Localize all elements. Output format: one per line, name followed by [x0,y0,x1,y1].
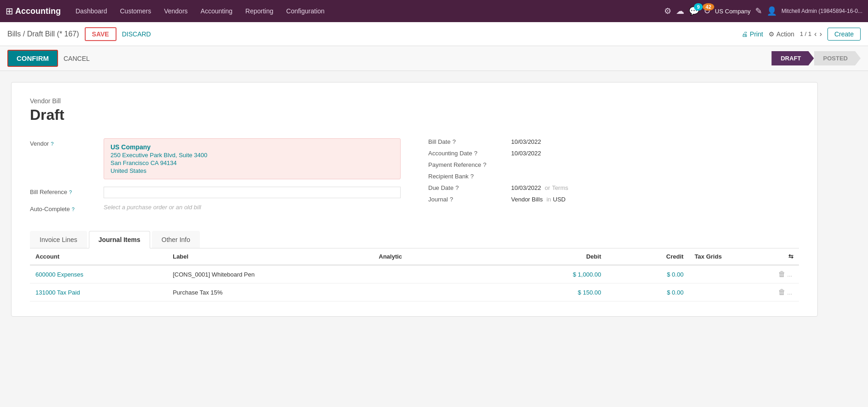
bill-date-row: Bill Date ? 10/03/2022 [428,138,799,145]
bill-reference-input[interactable] [104,187,401,198]
th-analytic: Analytic [373,248,511,265]
row1-tax-grids [689,283,771,301]
th-credit: Credit [606,248,689,265]
save-button[interactable]: SAVE [85,27,117,41]
journal-in: in [547,196,551,203]
row0-account-text[interactable]: 600000 Expenses [35,271,83,278]
th-label: Label [167,248,373,265]
row1-delete-button[interactable]: 🗑 [778,288,786,296]
th-tax-grids: Tax Grids [689,248,771,265]
journal-help-icon[interactable]: ? [450,196,453,203]
accounting-date-help-icon[interactable]: ? [474,150,477,157]
row1-actions: 🗑 ... [771,283,799,301]
nav-vendors[interactable]: Vendors [158,7,193,15]
action-button[interactable]: ⚙ Action [769,30,794,38]
bill-date-help-icon[interactable]: ? [452,138,455,145]
row1-credit: $ 0.00 [606,283,689,301]
bill-date-value[interactable]: 10/03/2022 [511,138,541,145]
recipient-bank-help-icon[interactable]: ? [470,173,473,180]
chat-icon-wrapper[interactable]: 💬 9 [689,6,699,16]
circle-icon-wrapper[interactable]: ↻ 42 [704,6,711,16]
tab-invoice-lines[interactable]: Invoice Lines [30,231,87,248]
row1-account-text[interactable]: 131000 Tax Paid [35,289,80,296]
th-account: Account [30,248,167,265]
nav-accounting[interactable]: Accounting [195,7,238,15]
journal-row: Journal ? Vendor Bills in USD [428,196,799,203]
form-subtitle: Vendor Bill [30,97,799,105]
cloud-icon[interactable]: ☁ [676,6,684,16]
vendor-addr2: San Francisco CA 94134 [111,159,394,166]
recipient-bank-label: Recipient Bank ? [428,173,511,180]
user-label: Mitchell Admin (19845894-16-0... [781,8,862,14]
accounting-date-label: Accounting Date ? [428,150,511,157]
journal-value[interactable]: Vendor Bills [511,196,543,203]
pager-next[interactable]: › [820,30,822,38]
row0-account: 600000 Expenses [30,265,167,283]
row0-more-icon[interactable]: ... [787,271,792,278]
nav-configuration[interactable]: Configuration [281,7,330,15]
row0-credit: $ 0.00 [606,265,689,283]
main-content: Vendor Bill Draft Vendor ? US Company 25… [0,71,829,328]
brand-name: Accounting [15,6,61,16]
due-date-label: Due Date ? [428,184,511,191]
activity-icon[interactable]: ⚙ [664,6,671,16]
vendor-label: Vendor ? [30,138,104,147]
th-debit: Debit [511,248,607,265]
row1-account: 131000 Tax Paid [30,283,167,301]
due-date-terms[interactable]: Terms [552,184,568,191]
due-date-value[interactable]: 10/03/2022 [511,184,541,191]
tab-journal-items[interactable]: Journal Items [89,231,150,248]
nav-customers[interactable]: Customers [115,7,157,15]
form-title: Draft [30,106,799,124]
row0-actions: 🗑 ... [771,265,799,283]
user-avatar[interactable]: 👤 [767,6,777,16]
bill-reference-value[interactable] [104,187,401,198]
confirm-button[interactable]: CONFIRM [7,50,58,67]
pager-prev[interactable]: ‹ [814,30,816,38]
refresh-badge: 42 [703,3,714,11]
gear-icon: ⚙ [769,30,775,38]
table-row: 131000 Tax Paid Purchase Tax 15% $ 150.0… [30,283,799,301]
vendor-box[interactable]: US Company 250 Executive Park Blvd, Suit… [104,138,401,179]
vendor-addr3: United States [111,167,394,174]
action-bar: CONFIRM CANCEL DRAFT POSTED [0,46,868,71]
tab-other-info[interactable]: Other Info [152,231,200,248]
status-bar: DRAFT POSTED [771,51,861,65]
row1-more-icon[interactable]: ... [787,289,792,296]
settings-icon[interactable]: ⇆ [788,253,793,260]
chat-badge: 9 [694,3,702,11]
auto-complete-row: Auto-Complete ? Select a purchase order … [30,204,401,212]
payment-ref-help-icon[interactable]: ? [483,161,486,168]
auto-complete-help-icon[interactable]: ? [72,206,75,212]
vendor-field-row: Vendor ? US Company 250 Executive Park B… [30,138,401,179]
auto-complete-label: Auto-Complete ? [30,204,104,212]
row1-analytic [373,283,511,301]
discard-button[interactable]: DISCARD [122,30,151,38]
create-button[interactable]: Create [827,28,861,41]
vendor-help-icon[interactable]: ? [51,141,53,147]
cancel-button[interactable]: CANCEL [64,55,90,62]
form-right: Bill Date ? 10/03/2022 Accounting Date ?… [428,138,799,218]
print-button[interactable]: 🖨 Print [741,30,763,38]
auto-complete-value[interactable]: Select a purchase order or an old bill [104,204,401,211]
top-navigation: ⊞ Accounting Dashboard Customers Vendors… [0,0,868,22]
accounting-date-value[interactable]: 10/03/2022 [511,150,541,157]
wrench-icon[interactable]: ✎ [755,6,762,16]
vendor-value: US Company 250 Executive Park Blvd, Suit… [104,138,401,179]
bill-reference-help-icon[interactable]: ? [69,189,72,195]
pager: 1 / 1 ‹ › [800,30,822,38]
grid-icon[interactable]: ⊞ [6,6,13,17]
nav-dashboard[interactable]: Dashboard [70,7,113,15]
tabs-row: Invoice Lines Journal Items Other Info [30,231,799,248]
payment-ref-row: Payment Reference ? [428,161,799,168]
due-date-help-icon[interactable]: ? [455,184,459,191]
row0-delete-button[interactable]: 🗑 [778,270,786,278]
row0-tax-grids [689,265,771,283]
breadcrumb-bar: Bills / Draft Bill (* 167) SAVE DISCARD … [0,22,868,46]
nav-reporting[interactable]: Reporting [240,7,279,15]
status-posted: POSTED [814,51,861,65]
printer-icon: 🖨 [741,30,748,38]
company-name: US Company [715,8,751,15]
row1-label: Purchase Tax 15% [167,283,373,301]
th-settings: ⇆ [771,248,799,265]
